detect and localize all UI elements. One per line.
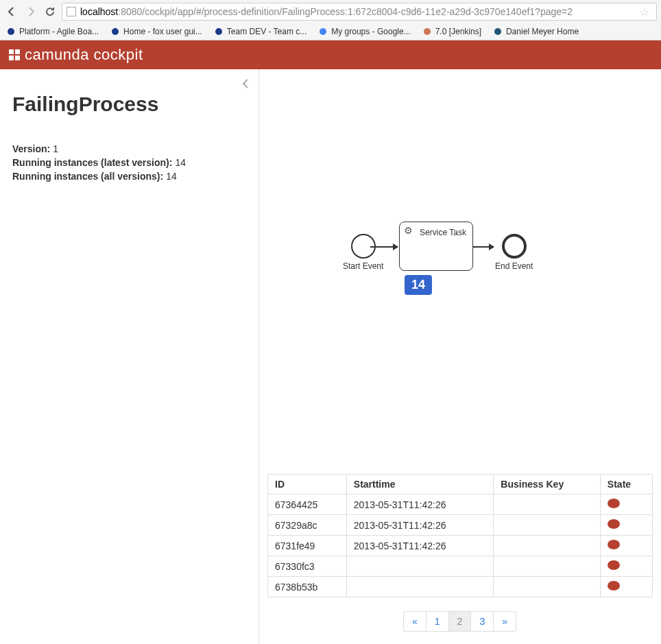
bookmark-label: Home - fox user gui... bbox=[123, 27, 202, 36]
bookmark-item[interactable]: My groups - Google... bbox=[317, 26, 410, 37]
bpmn-diagram[interactable]: Start Event ⚙ Service Task 14 End Event bbox=[267, 83, 653, 467]
back-button[interactable] bbox=[4, 4, 19, 19]
brand-text: camunda cockpit bbox=[25, 46, 143, 64]
bookmark-label: My groups - Google... bbox=[331, 27, 410, 36]
sequence-flow-1 bbox=[370, 246, 398, 248]
bookmark-item[interactable]: 7.0 [Jenkins] bbox=[422, 26, 481, 37]
state-fail-icon bbox=[608, 519, 620, 529]
meta-label: Running instances (all versions): bbox=[12, 171, 163, 182]
pagination-prev[interactable]: « bbox=[403, 611, 426, 632]
cell-business-key bbox=[494, 577, 601, 597]
service-task-label: Service Task bbox=[418, 228, 468, 237]
cell-starttime: 2013-05-31T11:42:26 bbox=[346, 494, 494, 515]
meta-row: Running instances (latest version):14 bbox=[12, 157, 246, 168]
meta-row: Version:1 bbox=[12, 143, 246, 154]
bookmark-favicon-icon bbox=[492, 26, 503, 37]
cell-id: 67330fc3 bbox=[268, 556, 347, 577]
sequence-flow-2 bbox=[473, 246, 494, 248]
meta-value: 1 bbox=[53, 143, 58, 154]
gear-icon: ⚙ bbox=[404, 225, 413, 236]
cell-business-key bbox=[494, 494, 601, 515]
table-row[interactable]: 6738b53b bbox=[268, 577, 653, 597]
state-fail-icon bbox=[608, 581, 620, 591]
cell-starttime bbox=[346, 577, 494, 597]
reload-button[interactable] bbox=[43, 4, 58, 19]
table-header-cell[interactable]: Starttime bbox=[346, 475, 494, 494]
cell-id: 6731fe49 bbox=[268, 536, 347, 556]
cell-state bbox=[600, 556, 652, 577]
bookmark-favicon-icon bbox=[317, 26, 328, 37]
bookmark-item[interactable]: Team DEV - Team c... bbox=[213, 26, 307, 37]
bookmark-item[interactable]: Home - fox user gui... bbox=[110, 26, 202, 37]
bookmark-item[interactable]: Platform - Agile Boa... bbox=[5, 26, 99, 37]
cell-state bbox=[600, 494, 652, 515]
svg-rect-8 bbox=[9, 56, 14, 60]
meta-value: 14 bbox=[166, 171, 177, 182]
end-event-circle-icon bbox=[502, 234, 527, 259]
bookmark-favicon-icon bbox=[5, 26, 16, 37]
cell-business-key bbox=[494, 536, 601, 556]
cell-business-key bbox=[494, 515, 601, 536]
bookmarks-bar: Platform - Agile Boa...Home - fox user g… bbox=[0, 23, 661, 40]
cell-starttime: 2013-05-31T11:42:26 bbox=[346, 515, 494, 536]
start-event-node[interactable]: Start Event bbox=[343, 234, 383, 271]
table-row[interactable]: 6731fe492013-05-31T11:42:26 bbox=[268, 536, 653, 556]
table-row[interactable]: 673644252013-05-31T11:42:26 bbox=[268, 494, 653, 515]
cell-id: 67364425 bbox=[268, 494, 347, 515]
bookmark-favicon-icon bbox=[422, 26, 433, 37]
instances-table: IDStarttimeBusiness KeyState 67364425201… bbox=[267, 474, 653, 597]
pagination-next[interactable]: » bbox=[493, 611, 516, 632]
svg-rect-9 bbox=[15, 56, 20, 60]
cell-starttime: 2013-05-31T11:42:26 bbox=[346, 536, 494, 556]
table-header-cell[interactable]: State bbox=[600, 475, 652, 494]
start-event-label: Start Event bbox=[343, 261, 383, 271]
url-bar[interactable]: localhost:8080/cockpit/app/#/process-def… bbox=[62, 3, 657, 21]
svg-point-1 bbox=[112, 28, 119, 35]
cell-state bbox=[600, 536, 652, 556]
cell-state bbox=[600, 515, 652, 536]
svg-point-4 bbox=[424, 28, 431, 35]
cell-business-key bbox=[494, 556, 601, 577]
pagination-page-2[interactable]: 2 bbox=[448, 611, 472, 632]
process-meta: Version:1Running instances (latest versi… bbox=[12, 143, 246, 182]
svg-point-0 bbox=[8, 28, 14, 35]
camunda-logo-icon bbox=[8, 49, 21, 61]
cell-id: 6738b53b bbox=[268, 577, 347, 597]
table-row[interactable]: 67330fc3 bbox=[268, 556, 653, 577]
svg-point-3 bbox=[320, 28, 326, 35]
end-event-node[interactable]: End Event bbox=[495, 234, 533, 271]
bookmark-star-icon[interactable]: ☆ bbox=[637, 5, 652, 19]
table-row[interactable]: 67329a8c2013-05-31T11:42:26 bbox=[268, 515, 653, 536]
sidebar: FailingProcess Version:1Running instance… bbox=[0, 69, 259, 644]
bookmark-label: 7.0 [Jenkins] bbox=[435, 27, 481, 36]
meta-value: 14 bbox=[175, 157, 186, 168]
content-area: Start Event ⚙ Service Task 14 End Event bbox=[259, 69, 661, 644]
meta-label: Running instances (latest version): bbox=[12, 157, 172, 168]
bookmark-item[interactable]: Daniel Meyer Home bbox=[492, 26, 579, 37]
state-fail-icon bbox=[608, 560, 620, 570]
svg-rect-6 bbox=[9, 49, 14, 54]
svg-point-5 bbox=[494, 28, 501, 35]
pagination: «123» bbox=[267, 611, 653, 632]
pagination-page-3[interactable]: 3 bbox=[470, 611, 494, 632]
process-title: FailingProcess bbox=[12, 93, 246, 116]
service-task-node[interactable]: ⚙ Service Task bbox=[399, 222, 473, 271]
cell-id: 67329a8c bbox=[268, 515, 347, 536]
state-fail-icon bbox=[608, 499, 620, 508]
cell-state bbox=[600, 577, 652, 597]
table-header-cell[interactable]: Business Key bbox=[494, 475, 601, 494]
pagination-page-1[interactable]: 1 bbox=[426, 611, 449, 632]
bookmark-label: Platform - Agile Boa... bbox=[19, 27, 99, 36]
state-fail-icon bbox=[608, 540, 620, 549]
url-text: localhost:8080/cockpit/app/#/process-def… bbox=[80, 6, 573, 17]
meta-row: Running instances (all versions):14 bbox=[12, 171, 246, 182]
collapse-sidebar-button[interactable] bbox=[242, 79, 249, 91]
forward-button[interactable] bbox=[23, 4, 38, 19]
meta-label: Version: bbox=[12, 143, 50, 154]
bookmark-label: Team DEV - Team c... bbox=[227, 27, 307, 36]
cell-starttime bbox=[346, 556, 494, 577]
svg-point-2 bbox=[215, 28, 222, 35]
bookmark-label: Daniel Meyer Home bbox=[506, 27, 579, 36]
table-header-cell[interactable]: ID bbox=[268, 475, 347, 494]
instance-count-badge[interactable]: 14 bbox=[405, 275, 432, 295]
